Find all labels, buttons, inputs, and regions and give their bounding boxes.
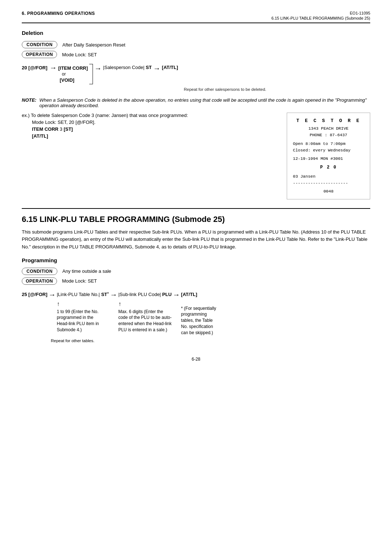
- flow-start-label: 20 [@/FOR]: [22, 65, 47, 70]
- linkplu-up-arrow-1: ↑: [57, 300, 60, 308]
- arrow-1: →: [49, 64, 57, 71]
- repeat-note: Repeat for other salespersons to be dele…: [80, 87, 370, 92]
- example-line1: Mode Lock: SET, 20 [@/FOR].: [32, 119, 278, 125]
- linkplu-note-right: * (For sequentiallyprogrammingtables, th…: [181, 305, 216, 336]
- linkplu-arrow-3: →: [173, 291, 180, 299]
- page-number: 6-28: [22, 354, 370, 362]
- arrow-2: →: [94, 65, 102, 72]
- item-corr-label: [ITEM CORR]: [58, 65, 88, 71]
- receipt-date: 12-19-1994 MON #3001: [293, 155, 364, 162]
- example-line3: [AT/TL]: [32, 133, 278, 139]
- receipt-dashes: ----------------------: [293, 180, 364, 186]
- linkplu-up-arrow-2: ↑: [118, 300, 121, 308]
- linkplu-note-left: 1 to 99 (Enter the No.programmed in theH…: [57, 309, 107, 333]
- linkplu-plu-label: |Sub-link PLU Code| PLU: [118, 291, 172, 298]
- arrow-3: →: [153, 65, 160, 72]
- linkplu-arrow-1: →: [48, 291, 56, 299]
- header-section-label: 6. PROGRAMMING OPERATIONS: [22, 11, 95, 16]
- linkplu-arrow-2: →: [110, 291, 117, 299]
- example-block: ex.) To delete Salesperson Code 3 (name:…: [22, 113, 370, 199]
- receipt-number: 0048: [293, 188, 364, 195]
- linkplu-start: 25 [@/FOR]: [22, 291, 47, 298]
- deletion-title: Deletion: [22, 30, 370, 36]
- receipt-closed: Closed: every Wednesday: [293, 147, 364, 154]
- programming-condition-badge: CONDITION: [22, 268, 57, 275]
- linkplu-flow-diagram: 25 [@/FOR] → |Link-PLU Table No.| ST ↑ 1…: [22, 291, 370, 336]
- operation-badge: OPERATION: [22, 51, 57, 58]
- void-label: [VOID]: [60, 77, 74, 83]
- header-doc-number: EO1-11095: [271, 11, 370, 15]
- linkplu-attl-label: [AT/TL]: [181, 291, 216, 298]
- linkplu-plu-cell: |Sub-link PLU Code| PLU ↑ Max. 6 digits …: [118, 291, 172, 333]
- linkplu-repeat-note: Repeat for other tables.: [51, 339, 370, 343]
- linkplu-start-label: 25 [@/FOR]: [22, 291, 47, 298]
- condition-text: After Daily Salesperson Reset: [62, 42, 125, 48]
- example-text: ex.) To delete Salesperson Code 3 (name:…: [22, 113, 278, 199]
- receipt-box: T E C S T O R E 1343 PEACH DRIVE PHONE :…: [287, 113, 370, 199]
- linkplu-table-cell: |Link-PLU Table No.| ST ↑ 1 to 99 (Enter…: [57, 291, 107, 333]
- deletion-condition-row: CONDITION After Daily Salesperson Reset: [22, 41, 370, 48]
- programming-operation-badge: OPERATION: [22, 278, 57, 285]
- note-text: When a Salesperson Code is deleted in th…: [39, 97, 370, 108]
- section-615-title: 6.15 LINK-PLU TABLE PROGRAMMING (Submode…: [22, 208, 370, 224]
- receipt-phone: PHONE : 87-6437: [293, 132, 364, 138]
- linkplu-star-1: *: [107, 291, 109, 296]
- programming-condition-text: Any time outside a sale: [62, 268, 111, 274]
- programming-operation-row: OPERATION Mode Lock: SET: [22, 278, 370, 285]
- deletion-flow-diagram: 20 [@/FOR] → [ITEM CORR] or [VOID]: [22, 64, 370, 84]
- receipt-address: 1343 PEACH DRIVE: [293, 125, 364, 132]
- receipt-store-name: T E C S T O R E: [293, 117, 364, 125]
- or-label: or: [62, 72, 66, 77]
- header-right: EO1-11095 6.15 LINK-PLU TABLE PROGRAMMIN…: [271, 11, 370, 20]
- at-tl-label: [AT/TL]: [162, 65, 178, 70]
- note-label: NOTE:: [22, 97, 36, 108]
- receipt-jansen: 03 Jansen: [293, 173, 364, 180]
- deletion-operation-row: OPERATION Mode Lock: SET: [22, 51, 370, 58]
- programming-title: Programming: [22, 257, 370, 263]
- header-subsection: 6.15 LINK-PLU TABLE PROGRAMMING (Submode…: [271, 16, 370, 20]
- receipt-hours: Open 8:00am to 7:00pm: [293, 141, 364, 147]
- note-block: NOTE: When a Salesperson Code is deleted…: [22, 97, 370, 108]
- linkplu-attl-cell: [AT/TL] * (For sequentiallyprogrammingta…: [181, 291, 216, 336]
- linkplu-table-label: |Link-PLU Table No.| ST: [57, 291, 107, 298]
- section-615-body: This submode programs Link-PLU Tables an…: [22, 228, 370, 250]
- example-intro: ex.) To delete Salesperson Code 3 (name:…: [22, 113, 278, 118]
- operation-text: Mode Lock: SET: [62, 52, 97, 57]
- example-line2: ITEM CORR 3 [ST]: [32, 126, 278, 132]
- programming-condition-row: CONDITION Any time outside a sale: [22, 268, 370, 275]
- programming-operation-text: Mode Lock: SET: [62, 278, 97, 284]
- condition-badge: CONDITION: [22, 41, 57, 48]
- receipt-p20: P 2 0: [293, 164, 364, 171]
- salesperson-code-label: |Salesperson Code| ST: [103, 65, 152, 70]
- linkplu-note-middle: Max. 6 digits (Enter thecode of the PLU …: [118, 309, 172, 333]
- page-header: 6. PROGRAMMING OPERATIONS EO1-11095 6.15…: [22, 11, 370, 23]
